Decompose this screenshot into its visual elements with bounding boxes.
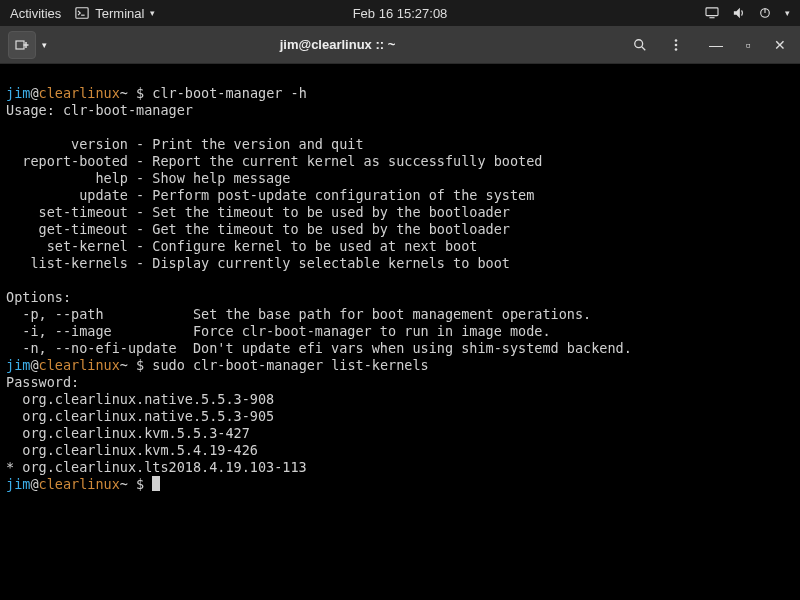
app-menu[interactable]: Terminal ▾ (75, 6, 155, 21)
output-line: -i, --image Force clr-boot-manager to ru… (6, 323, 551, 339)
gnome-topbar: Activities Terminal ▾ Feb 16 15:27:08 ▾ (0, 0, 800, 26)
prompt-host: clearlinux (39, 476, 120, 492)
svg-line-11 (642, 46, 646, 50)
terminal-headerbar: ▾ jim@clearlinux :: ~ — ▫ ✕ (0, 26, 800, 64)
search-icon (633, 38, 647, 52)
window-title: jim@clearlinux :: ~ (57, 37, 618, 52)
output-line: Password: (6, 374, 79, 390)
cursor (152, 476, 160, 491)
menu-icon (669, 38, 683, 52)
new-tab-menu-button[interactable]: ▾ (42, 40, 47, 50)
terminal-viewport[interactable]: jim@clearlinux~ $ clr-boot-manager -h Us… (0, 64, 800, 600)
search-button[interactable] (626, 31, 654, 59)
output-line: help - Show help message (6, 170, 290, 186)
clock[interactable]: Feb 16 15:27:08 (353, 6, 448, 21)
prompt-user: jim (6, 357, 30, 373)
output-line: get-timeout - Get the timeout to be used… (6, 221, 510, 237)
svg-rect-0 (76, 8, 88, 19)
output-line: report-booted - Report the current kerne… (6, 153, 542, 169)
plus-icon (15, 38, 29, 52)
terminal-icon (75, 6, 89, 20)
minimize-button[interactable]: — (704, 33, 728, 57)
new-tab-button[interactable] (8, 31, 36, 59)
command-line: clr-boot-manager -h (152, 85, 306, 101)
minimize-icon: — (709, 38, 723, 52)
volume-icon (733, 7, 745, 19)
hamburger-menu-button[interactable] (662, 31, 690, 59)
svg-point-10 (635, 39, 643, 47)
maximize-button[interactable]: ▫ (736, 33, 760, 57)
app-menu-label: Terminal (95, 6, 144, 21)
output-line: org.clearlinux.kvm.5.4.19-426 (6, 442, 258, 458)
output-line: org.clearlinux.kvm.5.5.3-427 (6, 425, 250, 441)
output-line: Options: (6, 289, 71, 305)
output-line: Usage: clr-boot-manager (6, 102, 193, 118)
prompt-host: clearlinux (39, 85, 120, 101)
power-icon (759, 7, 771, 19)
close-icon: ✕ (774, 38, 786, 52)
output-line: version - Print the version and quit (6, 136, 364, 152)
svg-rect-7 (16, 41, 24, 49)
prompt-user: jim (6, 85, 30, 101)
output-line: * org.clearlinux.lts2018.4.19.103-113 (6, 459, 307, 475)
output-line: -n, --no-efi-update Don't update efi var… (6, 340, 632, 356)
chevron-down-icon: ▾ (785, 8, 790, 18)
activities-button[interactable]: Activities (10, 6, 61, 21)
system-status-area[interactable]: ▾ (447, 7, 790, 19)
output-line: list-kernels - Display currently selecta… (6, 255, 510, 271)
command-line: sudo clr-boot-manager list-kernels (152, 357, 428, 373)
prompt-user: jim (6, 476, 30, 492)
output-line: update - Perform post-update configurati… (6, 187, 534, 203)
output-line: set-kernel - Configure kernel to be used… (6, 238, 477, 254)
prompt-host: clearlinux (39, 357, 120, 373)
output-line: set-timeout - Set the timeout to be used… (6, 204, 510, 220)
maximize-icon: ▫ (746, 38, 751, 52)
svg-marker-4 (734, 8, 740, 18)
svg-point-14 (675, 48, 678, 51)
close-button[interactable]: ✕ (768, 33, 792, 57)
svg-rect-2 (706, 8, 718, 16)
chevron-down-icon: ▾ (150, 8, 155, 18)
output-line: org.clearlinux.native.5.5.3-908 (6, 391, 274, 407)
display-icon (705, 7, 719, 19)
svg-point-12 (675, 39, 678, 42)
output-line: org.clearlinux.native.5.5.3-905 (6, 408, 274, 424)
output-line: -p, --path Set the base path for boot ma… (6, 306, 591, 322)
svg-point-13 (675, 43, 678, 46)
